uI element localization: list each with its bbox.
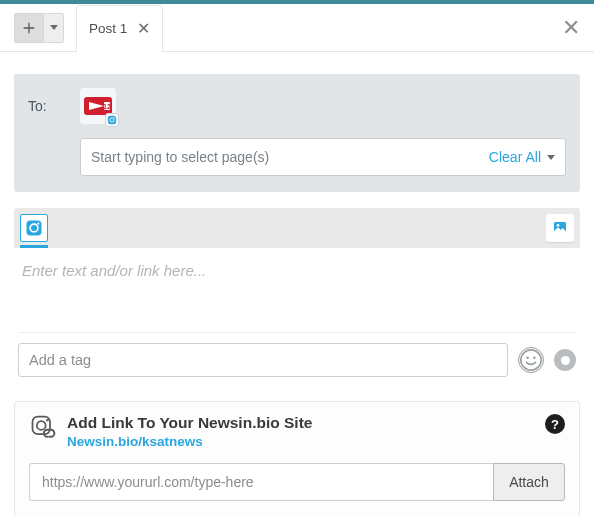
toolbar: Post 1 ✕ ✕ [0, 4, 594, 52]
compose-canvas: To: 12 Start typing to select page(s) Cl… [0, 52, 594, 516]
post-text-input[interactable]: Enter text and/or link here... [18, 262, 576, 326]
tab-label: Post 1 [89, 21, 127, 36]
svg-text:12: 12 [103, 103, 111, 110]
svg-point-17 [46, 419, 48, 421]
instagram-icon [25, 219, 43, 237]
selected-account-chip[interactable]: 12 [80, 88, 116, 124]
loading-indicator [554, 349, 576, 371]
chevron-down-icon [50, 25, 58, 30]
svg-point-16 [37, 421, 46, 430]
attach-button[interactable]: Attach [493, 463, 565, 501]
link-panel-title: Add Link To Your Newsin.bio Site [67, 414, 312, 432]
newsinbio-site-link[interactable]: Newsin.bio/ksatnews [67, 434, 203, 449]
svg-point-13 [526, 356, 529, 359]
page-select-placeholder: Start typing to select page(s) [91, 149, 489, 165]
smile-icon [519, 347, 543, 373]
newsinbio-link-panel: Add Link To Your Newsin.bio Site Newsin.… [14, 401, 580, 516]
instagram-link-icon [29, 414, 57, 442]
divider [18, 332, 576, 333]
tab-instagram[interactable] [20, 214, 48, 242]
clear-all-link[interactable]: Clear All [489, 149, 541, 165]
help-button[interactable]: ? [545, 414, 565, 434]
emoji-picker-button[interactable] [518, 347, 544, 373]
tag-input[interactable] [18, 343, 508, 377]
image-icon [552, 220, 568, 236]
svg-point-12 [521, 350, 541, 370]
svg-point-9 [37, 223, 39, 225]
add-media-button[interactable] [546, 214, 574, 242]
chevron-down-icon [547, 155, 555, 160]
new-post-dropdown[interactable] [44, 13, 64, 43]
svg-rect-7 [27, 221, 42, 236]
instagram-badge-icon [105, 113, 119, 127]
svg-point-6 [114, 117, 115, 118]
post-editor: Enter text and/or link here... [14, 248, 580, 387]
close-icon[interactable]: ✕ [137, 19, 150, 38]
network-tabs [14, 208, 580, 248]
recipient-panel: To: 12 Start typing to select page(s) Cl… [14, 74, 580, 192]
svg-point-14 [533, 356, 536, 359]
svg-point-11 [557, 224, 560, 227]
new-post-button[interactable] [14, 13, 44, 43]
page-select[interactable]: Start typing to select page(s) Clear All [80, 138, 566, 176]
url-input[interactable] [29, 463, 493, 501]
plus-icon [21, 20, 37, 36]
dialog-close-button[interactable]: ✕ [558, 11, 584, 45]
to-label: To: [28, 88, 80, 114]
tab-post-1[interactable]: Post 1 ✕ [76, 5, 163, 53]
